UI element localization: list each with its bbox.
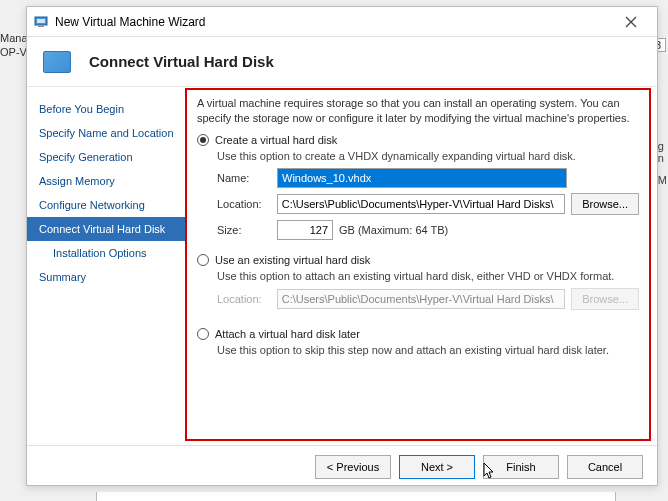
option-create-label: Create a virtual hard disk <box>215 134 337 146</box>
finish-button[interactable]: Finish <box>483 455 559 479</box>
titlebar: New Virtual Machine Wizard <box>27 7 657 37</box>
radio-existing[interactable] <box>197 254 209 266</box>
background-panel <box>96 492 616 501</box>
intro-text: A virtual machine requires storage so th… <box>197 96 639 126</box>
radio-create[interactable] <box>197 134 209 146</box>
step-connect-vhd[interactable]: Connect Virtual Hard Disk <box>27 217 185 241</box>
svg-rect-1 <box>37 19 45 23</box>
step-specify-name[interactable]: Specify Name and Location <box>27 121 185 145</box>
browse-button[interactable]: Browse... <box>571 193 639 215</box>
option-later: Attach a virtual hard disk later Use thi… <box>197 328 639 356</box>
window-title: New Virtual Machine Wizard <box>55 15 611 29</box>
step-configure-networking[interactable]: Configure Networking <box>27 193 185 217</box>
highlight-box: A virtual machine requires storage so th… <box>185 88 651 441</box>
app-icon <box>33 14 49 30</box>
step-specify-generation[interactable]: Specify Generation <box>27 145 185 169</box>
background-text: OP-V <box>0 46 27 58</box>
wizard-sidebar: Before You Begin Specify Name and Locati… <box>27 87 185 445</box>
wizard-content: A virtual machine requires storage so th… <box>185 87 657 445</box>
name-label: Name: <box>217 172 271 184</box>
option-create-desc: Use this option to create a VHDX dynamic… <box>217 150 639 162</box>
step-installation-options[interactable]: Installation Options <box>27 241 185 265</box>
location-input[interactable] <box>277 194 565 214</box>
browse-button-disabled: Browse... <box>571 288 639 310</box>
size-unit: GB (Maximum: 64 TB) <box>339 224 448 236</box>
step-before-you-begin[interactable]: Before You Begin <box>27 97 185 121</box>
page-title: Connect Virtual Hard Disk <box>89 53 274 70</box>
option-create: Create a virtual hard disk Use this opti… <box>197 134 639 240</box>
location-label-disabled: Location: <box>217 293 271 305</box>
location-label: Location: <box>217 198 271 210</box>
previous-button[interactable]: < Previous <box>315 455 391 479</box>
wizard-header: Connect Virtual Hard Disk <box>27 37 657 87</box>
next-button[interactable]: Next > <box>399 455 475 479</box>
svg-rect-2 <box>38 26 44 27</box>
option-later-desc: Use this option to skip this step now an… <box>217 344 639 356</box>
wizard-dialog: New Virtual Machine Wizard Connect Virtu… <box>26 6 658 486</box>
close-icon <box>625 16 637 28</box>
close-button[interactable] <box>611 10 651 34</box>
wizard-footer: < Previous Next > Finish Cancel <box>27 445 657 487</box>
radio-later[interactable] <box>197 328 209 340</box>
size-input[interactable] <box>277 220 333 240</box>
step-summary[interactable]: Summary <box>27 265 185 289</box>
option-later-label: Attach a virtual hard disk later <box>215 328 360 340</box>
location-input-disabled <box>277 289 565 309</box>
cancel-button[interactable]: Cancel <box>567 455 643 479</box>
header-icon <box>43 51 71 73</box>
option-existing-label: Use an existing virtual hard disk <box>215 254 370 266</box>
size-label: Size: <box>217 224 271 236</box>
background-text: g n M <box>658 140 667 186</box>
step-assign-memory[interactable]: Assign Memory <box>27 169 185 193</box>
option-existing-desc: Use this option to attach an existing vi… <box>217 270 639 282</box>
name-input[interactable] <box>277 168 567 188</box>
option-existing: Use an existing virtual hard disk Use th… <box>197 254 639 310</box>
